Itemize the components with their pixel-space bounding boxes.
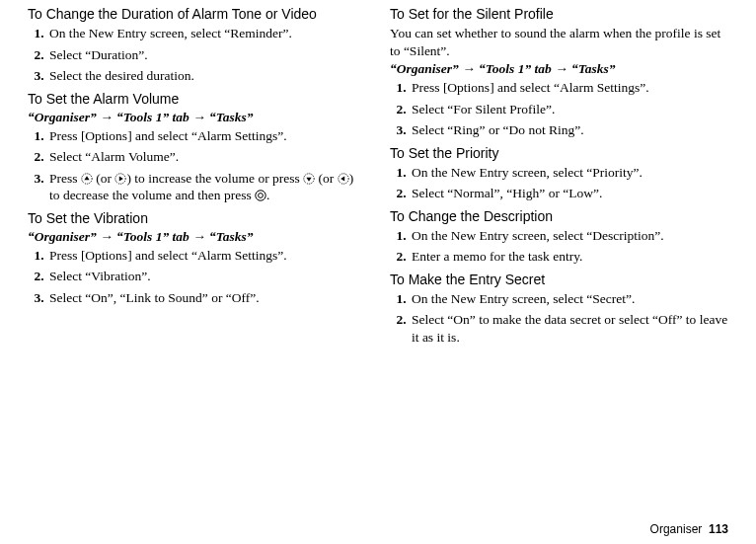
step: Select “On” to make the data secret or s… xyxy=(410,311,728,346)
section-title: To Set the Priority xyxy=(390,145,728,161)
step-text: Press xyxy=(49,171,81,186)
manual-page: To Change the Duration of Alarm Tone or … xyxy=(0,0,756,544)
step: Select “On”, “Link to Sound” or “Off”. xyxy=(47,289,366,307)
step: On the New Entry screen, select “Reminde… xyxy=(47,25,366,42)
section-title: To Change the Duration of Alarm Tone or … xyxy=(28,6,366,22)
step: Press [Options] and select “Alarm Settin… xyxy=(47,247,366,265)
steps-list: On the New Entry screen, select “Secret”… xyxy=(390,290,728,347)
section-title: To Set the Alarm Volume xyxy=(28,91,366,107)
step: Enter a memo for the task entry. xyxy=(410,248,728,266)
step: Press [Options] and select “Alarm Settin… xyxy=(47,127,366,145)
step: Select “Ring” or “Do not Ring”. xyxy=(410,121,728,139)
steps-list: Press [Options] and select “Alarm Settin… xyxy=(28,247,366,307)
section-title: To Make the Entry Secret xyxy=(390,272,728,287)
right-column: To Set for the Silent Profile You can se… xyxy=(390,6,728,516)
center-icon xyxy=(255,190,266,201)
columns: To Change the Duration of Alarm Tone or … xyxy=(28,6,728,516)
step: On the New Entry screen, select “Priorit… xyxy=(410,164,728,182)
step: Select “Normal”, “High” or “Low”. xyxy=(410,185,728,202)
step: On the New Entry screen, select “Secret”… xyxy=(410,290,728,308)
step: Select “Duration”. xyxy=(47,46,366,64)
footer-label: Organiser xyxy=(650,522,703,536)
step-text: . xyxy=(266,188,269,202)
up-icon xyxy=(81,173,93,185)
section-lead: You can set whether to sound the alarm w… xyxy=(390,25,728,59)
steps-list: On the New Entry screen, select “Priorit… xyxy=(390,164,728,202)
step-text: (or xyxy=(315,171,338,186)
step: Select “Alarm Volume”. xyxy=(47,148,366,166)
right-icon xyxy=(114,173,126,185)
left-icon xyxy=(338,173,349,185)
steps-list: Press [Options] and select “Alarm Settin… xyxy=(390,79,728,139)
menu-path: “Organiser” → “Tools 1” tab → “Tasks” xyxy=(28,229,366,245)
page-footer: Organiser 113 xyxy=(28,516,728,544)
steps-list: On the New Entry screen, select “Descrip… xyxy=(390,227,728,266)
step: Select the desired duration. xyxy=(47,67,366,85)
menu-path: “Organiser” → “Tools 1” tab → “Tasks” xyxy=(28,110,366,125)
steps-list: On the New Entry screen, select “Reminde… xyxy=(28,25,366,85)
down-icon xyxy=(303,173,315,185)
step-text: (or xyxy=(93,171,115,186)
step: Select “Vibration”. xyxy=(47,268,366,285)
step: Press [Options] and select “Alarm Settin… xyxy=(410,79,728,97)
section-title: To Set for the Silent Profile xyxy=(390,6,728,22)
steps-list: Press [Options] and select “Alarm Settin… xyxy=(28,127,366,204)
section-title: To Change the Description xyxy=(390,208,728,224)
step: Press (or ) to increase the volume or pr… xyxy=(47,170,366,204)
step: On the New Entry screen, select “Descrip… xyxy=(410,227,728,245)
section-title: To Set the Vibration xyxy=(28,210,366,226)
menu-path: “Organiser” → “Tools 1” tab → “Tasks” xyxy=(390,61,728,77)
left-column: To Change the Duration of Alarm Tone or … xyxy=(28,6,366,516)
page-number: 113 xyxy=(709,522,728,536)
step: Select “For Silent Profile”. xyxy=(410,101,728,118)
step-text: ) to increase the volume or press xyxy=(126,171,303,186)
